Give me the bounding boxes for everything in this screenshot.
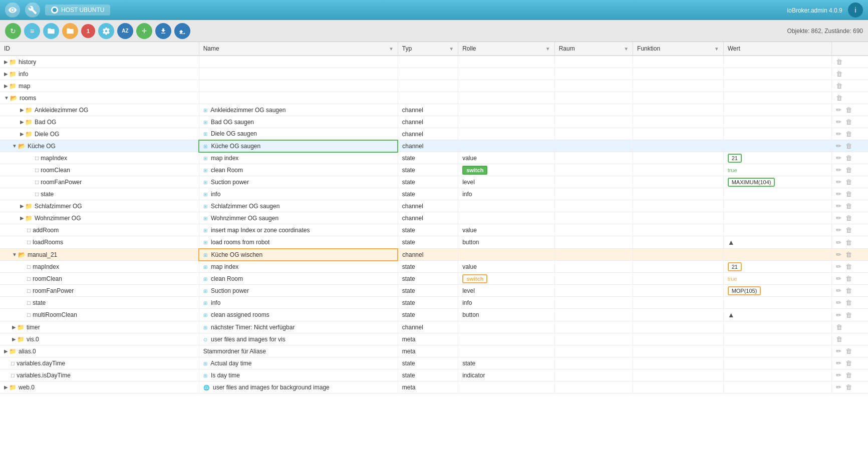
delete-icon[interactable]: 🗑	[845, 239, 852, 246]
edit-icon[interactable]: ✏	[836, 154, 841, 162]
delete-icon[interactable]: 🗑	[845, 202, 852, 210]
delete-icon[interactable]: 🗑	[845, 263, 852, 270]
rolle-sort-arrow[interactable]: ▼	[545, 46, 550, 52]
edit-icon[interactable]: ✏	[836, 118, 841, 126]
delete-icon[interactable]: 🗑	[836, 335, 842, 343]
typ-sort-arrow[interactable]: ▼	[449, 46, 454, 52]
edit-icon[interactable]: ✏	[836, 178, 841, 186]
triangle-button[interactable]: ▲	[728, 311, 735, 319]
name-cell: Stammordner für Aliase	[199, 345, 398, 357]
rolle-cell: indicator	[458, 369, 555, 381]
delete-icon[interactable]: 🗑	[836, 70, 842, 78]
name-sort-arrow[interactable]: ▼	[389, 46, 394, 52]
edit-icon[interactable]: ✏	[836, 202, 841, 210]
name-cell: ⊞ clean Room	[199, 273, 398, 285]
expand-icon[interactable]: ▶	[20, 203, 24, 209]
rolle-cell: value	[458, 152, 555, 164]
expand-icon[interactable]: ▶	[20, 119, 24, 125]
delete-icon[interactable]: 🗑	[845, 178, 852, 186]
edit-icon[interactable]: ✏	[836, 263, 841, 270]
edit-icon[interactable]: ✏	[836, 142, 841, 150]
wrench-icon[interactable]	[25, 3, 40, 18]
delete-icon[interactable]: 🗑	[845, 251, 852, 258]
delete-icon[interactable]: 🗑	[845, 214, 852, 222]
edit-icon[interactable]: ✏	[836, 359, 841, 367]
edit-icon[interactable]: ✏	[836, 166, 841, 174]
delete-icon[interactable]: 🗑	[845, 106, 852, 114]
table-row: ▼ 📂 rooms 🗑	[0, 92, 868, 104]
name-cell: ⊙ user files and images for vis	[199, 333, 398, 345]
delete-icon[interactable]: 🗑	[845, 371, 852, 379]
az-button[interactable]: AZ	[117, 23, 133, 39]
delete-icon[interactable]: 🗑	[845, 166, 852, 174]
upload2-button[interactable]	[155, 23, 171, 39]
delete-icon[interactable]: 🗑	[836, 58, 842, 66]
delete-icon[interactable]: 🗑	[845, 299, 852, 306]
delete-icon[interactable]: 🗑	[845, 383, 852, 391]
expand-icon[interactable]: ▼	[12, 252, 17, 257]
edit-icon[interactable]: ✏	[836, 299, 841, 306]
expand-icon[interactable]: ▶	[12, 324, 16, 330]
folder-button[interactable]	[43, 23, 59, 39]
triangle-button[interactable]: ▲	[728, 238, 735, 246]
delete-icon[interactable]: 🗑	[845, 226, 852, 234]
delete-icon[interactable]: 🗑	[845, 311, 852, 319]
id-cell: ▶ 📁 Schlafzimmer OG	[0, 200, 199, 212]
expand-icon[interactable]: ▶	[20, 107, 24, 113]
edit-icon[interactable]: ✏	[836, 275, 841, 282]
delete-icon[interactable]: 🗑	[845, 275, 852, 282]
name-cell: ⊞ Küche OG wischen	[199, 249, 398, 261]
eye-icon[interactable]	[5, 3, 20, 18]
download-button[interactable]	[174, 23, 190, 39]
raum-cell	[554, 56, 633, 68]
expand-icon[interactable]: ▶	[4, 348, 8, 354]
edit-icon[interactable]: ✏	[836, 251, 841, 258]
edit-icon[interactable]: ✏	[836, 287, 841, 294]
typ-cell: state	[398, 357, 458, 369]
edit-icon[interactable]: ✏	[836, 383, 841, 391]
edit-icon[interactable]: ✏	[836, 214, 841, 222]
add-button[interactable]: +	[136, 23, 152, 39]
edit-icon[interactable]: ✏	[836, 130, 841, 138]
edit-icon[interactable]: ✏	[836, 371, 841, 379]
expand-icon[interactable]: ▶	[4, 59, 8, 65]
funktion-sort-arrow[interactable]: ▼	[714, 46, 719, 52]
expand-icon[interactable]: ▶	[4, 83, 8, 89]
edit-icon[interactable]: ✏	[836, 226, 841, 234]
host-badge[interactable]: HOST UBUNTU	[45, 5, 110, 16]
refresh-button[interactable]: ↻	[5, 23, 21, 39]
delete-icon[interactable]: 🗑	[845, 142, 852, 150]
expand-icon[interactable]: ▶	[4, 384, 8, 390]
name-cell: ⊞ Actual day time	[199, 357, 398, 369]
delete-icon[interactable]: 🗑	[845, 118, 852, 126]
edit-icon[interactable]: ✏	[836, 106, 841, 114]
folder-icon: 📁	[9, 348, 17, 355]
expand-icon[interactable]: ▶	[20, 215, 24, 221]
actions-cell: ✏ 🗑	[832, 285, 868, 297]
edit-icon[interactable]: ✏	[836, 347, 841, 355]
typ-cell	[398, 68, 458, 80]
file-icon: □	[27, 239, 31, 246]
edit-icon[interactable]: ✏	[836, 311, 841, 319]
raum-sort-arrow[interactable]: ▼	[624, 46, 629, 52]
edit-icon[interactable]: ✏	[836, 190, 841, 198]
delete-icon[interactable]: 🗑	[845, 130, 852, 138]
edit-icon[interactable]: ✏	[836, 239, 841, 246]
id-cell: □ state	[0, 297, 199, 309]
expand-icon[interactable]: ▼	[12, 143, 17, 149]
expand-icon[interactable]: ▶	[4, 71, 8, 77]
delete-icon[interactable]: 🗑	[845, 287, 852, 294]
delete-icon[interactable]: 🗑	[845, 359, 852, 367]
list-button[interactable]: ≡	[24, 23, 40, 39]
expand-icon[interactable]: ▶	[12, 336, 16, 342]
settings-button[interactable]	[98, 23, 114, 39]
expand-icon[interactable]: ▶	[20, 131, 24, 137]
delete-icon[interactable]: 🗑	[845, 190, 852, 198]
expand-icon[interactable]: ▼	[4, 95, 9, 101]
delete-icon[interactable]: 🗑	[845, 154, 852, 162]
delete-icon[interactable]: 🗑	[836, 82, 842, 90]
delete-icon[interactable]: 🗑	[836, 94, 842, 102]
delete-icon[interactable]: 🗑	[845, 347, 852, 355]
upload-button[interactable]	[62, 23, 78, 39]
delete-icon[interactable]: 🗑	[836, 323, 842, 331]
